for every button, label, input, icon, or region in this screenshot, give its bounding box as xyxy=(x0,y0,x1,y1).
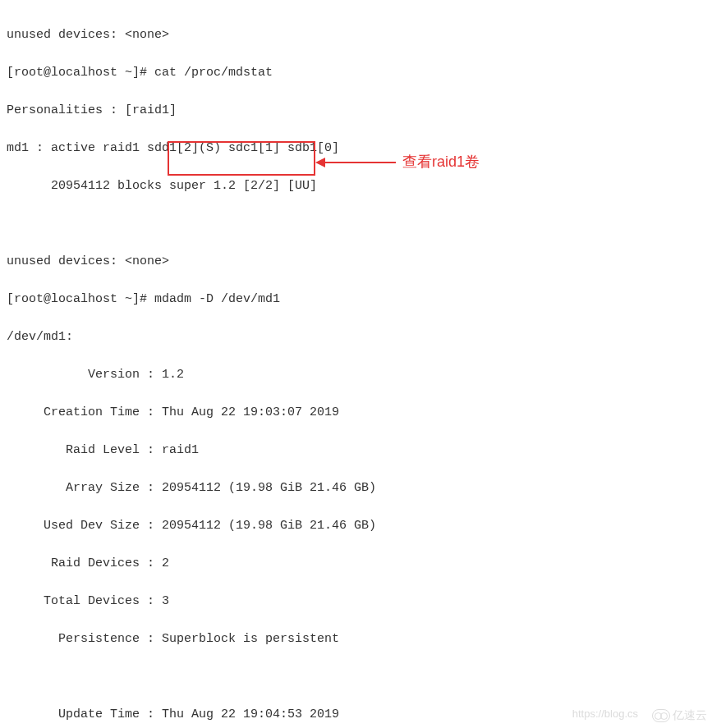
shell-prompt: [root@localhost ~]# xyxy=(7,292,154,306)
output-line xyxy=(7,214,696,233)
command-text: cat /proc/mdstat xyxy=(154,66,273,80)
output-line xyxy=(7,667,696,686)
output-line: Personalities : [raid1] xyxy=(7,101,696,120)
output-line: Version : 1.2 xyxy=(7,365,696,384)
output-line: Update Time : Thu Aug 22 19:04:53 2019 xyxy=(7,705,696,724)
output-line: Total Devices : 3 xyxy=(7,592,696,611)
output-line: Raid Devices : 2 xyxy=(7,554,696,573)
shell-prompt: [root@localhost ~]# xyxy=(7,66,154,80)
output-line: 20954112 blocks super 1.2 [2/2] [UU] xyxy=(7,176,696,195)
output-line: unused devices: <none> xyxy=(7,25,696,44)
output-line: Array Size : 20954112 (19.98 GiB 21.46 G… xyxy=(7,478,696,497)
output-line: Creation Time : Thu Aug 22 19:03:07 2019 xyxy=(7,403,696,422)
output-line: md1 : active raid1 sdd1[2](S) sdc1[1] sd… xyxy=(7,139,696,158)
prompt-line: [root@localhost ~]# cat /proc/mdstat xyxy=(7,63,696,82)
output-line: /dev/md1: xyxy=(7,327,696,346)
output-line: Used Dev Size : 20954112 (19.98 GiB 21.4… xyxy=(7,516,696,535)
terminal-output: unused devices: <none> [root@localhost ~… xyxy=(0,0,702,728)
output-line: unused devices: <none> xyxy=(7,252,696,271)
output-line: Raid Level : raid1 xyxy=(7,441,696,460)
prompt-line: [root@localhost ~]# mdadm -D /dev/md1 xyxy=(7,290,696,309)
terminal-viewport[interactable]: unused devices: <none> [root@localhost ~… xyxy=(0,0,702,728)
output-line: Persistence : Superblock is persistent xyxy=(7,630,696,648)
command-text: mdadm -D /dev/md1 xyxy=(154,292,280,306)
